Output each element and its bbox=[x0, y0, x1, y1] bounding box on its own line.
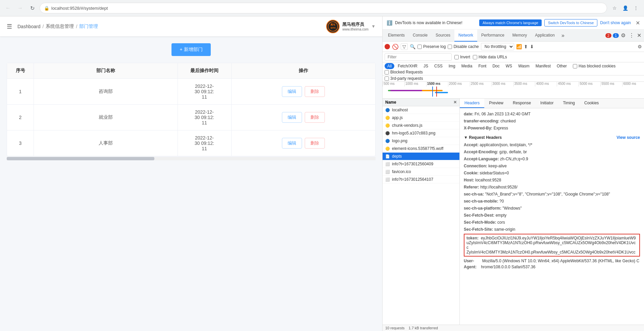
type-filter-all[interactable]: All bbox=[385, 63, 394, 69]
close-details-btn[interactable]: ✕ bbox=[453, 100, 457, 105]
edit-button-3[interactable]: 编辑 bbox=[282, 138, 302, 149]
hide-data-label[interactable]: Hide data URLs bbox=[473, 55, 507, 59]
header-name-referer: Referer: bbox=[464, 184, 479, 190]
delete-button-2[interactable]: 删除 bbox=[305, 112, 325, 123]
details-tab-timing[interactable]: Timing bbox=[558, 99, 580, 108]
has-blocked-label[interactable]: Has blocked cookies bbox=[573, 64, 615, 68]
breadcrumb-level2[interactable]: 系统信息管理 bbox=[46, 23, 74, 30]
request-item-hm-logo[interactable]: ⚫ hm-logo5.a107c883.png bbox=[383, 129, 459, 137]
clear-button[interactable]: 🚫 bbox=[392, 44, 399, 50]
header-row-accept-language: Accept-Language: zh-CN,zh;q=0.9 bbox=[464, 156, 640, 162]
header-row-sec-fetch-mode: Sec-Fetch-Mode: cors bbox=[464, 219, 640, 225]
logo-svg: 黑马 程序员 bbox=[328, 21, 338, 32]
request-item-depts[interactable]: 📄 depts bbox=[383, 153, 459, 160]
request-headers-section-title[interactable]: ▼ Request Headers View source bbox=[464, 135, 640, 140]
devtools-settings2-icon[interactable]: ⚙ bbox=[638, 44, 642, 49]
invert-checkbox[interactable] bbox=[454, 55, 459, 59]
dont-show-link[interactable]: Don't show again bbox=[600, 20, 631, 25]
details-tab-cookies[interactable]: Cookies bbox=[580, 99, 603, 108]
menu-icon[interactable]: ☰ bbox=[7, 23, 12, 30]
request-item-favicon[interactable]: ⬜ favicon.ico bbox=[383, 168, 459, 176]
request-item-chunk-vendors[interactable]: 🟡 chunk-vendors.js bbox=[383, 122, 459, 129]
add-dept-button[interactable]: + 新增部门 bbox=[171, 43, 210, 56]
request-item-logo[interactable]: 🔵 logo.png bbox=[383, 137, 459, 145]
logo-dropdown-icon[interactable]: ▼ bbox=[371, 24, 376, 29]
notification-close-icon[interactable]: ✕ bbox=[636, 20, 640, 26]
always-match-button[interactable]: Always match Chrome's language bbox=[479, 19, 542, 26]
action-btns-2: 编辑 删除 bbox=[282, 112, 325, 123]
tl-5000: 5000 ms bbox=[579, 82, 600, 87]
bookmark-button[interactable]: ☆ bbox=[610, 3, 619, 13]
upload-icon: ⬆ bbox=[524, 44, 528, 49]
request-headers-label: ▼ Request Headers bbox=[464, 135, 502, 140]
tab-sources[interactable]: Sources bbox=[432, 30, 454, 42]
edit-button-2[interactable]: 编辑 bbox=[282, 112, 302, 123]
type-filter-wasm[interactable]: Wasm bbox=[515, 63, 532, 69]
tab-network[interactable]: Network bbox=[454, 30, 477, 42]
type-filter-ws[interactable]: WS bbox=[503, 63, 515, 69]
details-tab-response[interactable]: Response bbox=[508, 99, 536, 108]
devtools-more-icon[interactable]: ⋮ bbox=[628, 32, 636, 39]
table-scrollbar[interactable] bbox=[7, 157, 376, 160]
breadcrumb-root[interactable]: Dashboard bbox=[17, 24, 41, 29]
tab-memory[interactable]: Memory bbox=[508, 30, 531, 42]
dept-table: 序号 部门名称 最后操作时间 操作 1 咨询部 2022-12- 30 09:1… bbox=[7, 63, 376, 156]
has-blocked-checkbox[interactable] bbox=[573, 64, 577, 68]
disable-cache-label[interactable]: Disable cache bbox=[448, 44, 479, 49]
search-icon[interactable]: 🔍 bbox=[410, 44, 415, 49]
forward-button[interactable]: → bbox=[15, 3, 25, 13]
request-item-info1[interactable]: ⬜ info?t=1673012560409 bbox=[383, 160, 459, 168]
details-tab-initiator[interactable]: Initiator bbox=[536, 99, 558, 108]
devtools-notification: ℹ️ DevTools is now available in Chinese!… bbox=[383, 16, 644, 30]
request-item-localhost[interactable]: 🔵 localhost bbox=[383, 106, 459, 114]
type-filter-doc[interactable]: Doc bbox=[490, 63, 502, 69]
request-item-appjs[interactable]: 🟡 app.js bbox=[383, 114, 459, 122]
type-filter-media[interactable]: Media bbox=[459, 63, 475, 69]
profile-button[interactable]: 👤 bbox=[621, 3, 630, 13]
request-name-localhost: localhost bbox=[392, 108, 408, 112]
third-party-label[interactable]: 3rd-party requests bbox=[385, 76, 642, 81]
main-container: ☰ Dashboard / 系统信息管理 / 部门管理 黑马 程序员 bbox=[0, 16, 644, 331]
delete-button-3[interactable]: 删除 bbox=[305, 138, 325, 149]
delete-button-1[interactable]: 删除 bbox=[305, 86, 325, 97]
more-tabs-icon[interactable]: » bbox=[559, 33, 567, 39]
filter-input[interactable] bbox=[385, 53, 452, 61]
view-source-link[interactable]: View source bbox=[616, 135, 640, 140]
preserve-log-checkbox[interactable] bbox=[417, 45, 422, 49]
cell-name-2: 就业部 bbox=[34, 105, 178, 130]
hide-data-checkbox[interactable] bbox=[473, 55, 477, 59]
blocked-requests-label[interactable]: Blocked Requests bbox=[385, 70, 423, 74]
edit-button-1[interactable]: 编辑 bbox=[282, 86, 302, 97]
third-party-checkbox[interactable] bbox=[385, 76, 389, 81]
throttle-select[interactable]: No throttling bbox=[481, 43, 514, 50]
details-tab-preview[interactable]: Preview bbox=[484, 99, 508, 108]
invert-label[interactable]: Invert bbox=[454, 55, 470, 59]
filter-icon[interactable]: ▽ bbox=[401, 43, 408, 50]
devtools-settings-icon[interactable]: ⚙ bbox=[619, 32, 628, 39]
record-button[interactable] bbox=[385, 44, 390, 49]
blocked-requests-checkbox[interactable] bbox=[385, 70, 389, 74]
tab-console[interactable]: Console bbox=[409, 30, 432, 42]
type-filter-css[interactable]: CSS bbox=[432, 63, 445, 69]
cell-time-1: 2022-12- 30 09:12: 11 bbox=[178, 79, 232, 104]
address-bar[interactable]: 🔒 localhost:9528/#/system/dept bbox=[40, 3, 607, 13]
request-item-info2[interactable]: ⬜ info?t=1673012564107 bbox=[383, 176, 459, 183]
switch-to-chinese-button[interactable]: Switch DevTools to Chinese bbox=[544, 19, 597, 26]
type-filter-font[interactable]: Font bbox=[476, 63, 489, 69]
disable-cache-checkbox[interactable] bbox=[448, 45, 452, 49]
request-item-element-icons[interactable]: 🟡 element-icons.535877f5.woff bbox=[383, 145, 459, 153]
devtools-close-icon[interactable]: ✕ bbox=[636, 32, 643, 39]
tab-application[interactable]: Application bbox=[531, 30, 559, 42]
tab-elements[interactable]: Elements bbox=[384, 30, 409, 42]
preserve-log-label[interactable]: Preserve log bbox=[417, 44, 446, 49]
type-filter-other[interactable]: Other bbox=[554, 63, 569, 69]
type-filter-fetch-xhr[interactable]: Fetch/XHR bbox=[395, 63, 420, 69]
refresh-button[interactable]: ↻ bbox=[28, 3, 37, 13]
tab-performance[interactable]: Performance bbox=[477, 30, 508, 42]
settings-button[interactable]: ⋮ bbox=[631, 3, 641, 13]
details-tab-headers[interactable]: Headers bbox=[460, 99, 484, 108]
type-filter-js[interactable]: JS bbox=[421, 63, 431, 69]
back-button[interactable]: ← bbox=[3, 3, 13, 13]
type-filter-img[interactable]: Img bbox=[446, 63, 458, 69]
type-filter-manifest[interactable]: Manifest bbox=[533, 63, 553, 69]
